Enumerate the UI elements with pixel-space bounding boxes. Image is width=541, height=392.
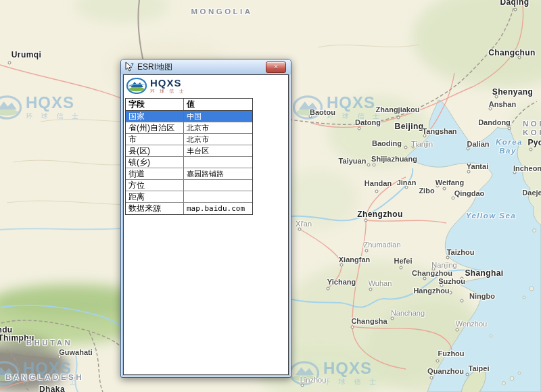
city-dot — [436, 360, 440, 363]
city-label-tangshan: Tangshan — [422, 128, 456, 135]
city-label-yantai: Yantai — [467, 163, 488, 170]
table-row[interactable]: 方位 — [126, 180, 252, 191]
water-label-yellow-sea: Yellow Sea — [466, 212, 517, 220]
city-label-hefei: Hefei — [394, 258, 413, 265]
region-label-nor: NOR — [523, 120, 541, 128]
field-cell: 县(区) — [126, 145, 184, 156]
value-cell: 北京市 — [184, 122, 252, 133]
city-label-taizhou: Taizhou — [447, 249, 475, 256]
region-label-mongolia: MONGOLIA — [191, 8, 252, 16]
table-row[interactable]: 国家中国 — [126, 111, 252, 122]
city-label-changsha: Changsha — [351, 318, 387, 325]
city-dot — [373, 164, 376, 167]
city-label-baoding: Baoding — [372, 140, 402, 147]
city-label-quanzhou: Quanzhou — [427, 368, 464, 375]
city-label-incheon: Incheon — [513, 165, 541, 172]
value-cell — [184, 157, 252, 168]
city-label-wenzhou: Wenzhou — [456, 320, 487, 328]
city-dot — [298, 228, 302, 231]
close-icon: ✕ — [273, 64, 279, 70]
city-label-ningbo: Ningbo — [469, 293, 495, 300]
city-dot — [367, 164, 371, 167]
identify-cursor-icon: ? — [124, 62, 135, 72]
value-cell — [184, 180, 252, 191]
city-label-xiangfan: Xiangfan — [339, 256, 370, 264]
city-label-beijing: Beijing — [395, 122, 424, 130]
city-label-linzhou: Linzhou — [300, 376, 327, 384]
city-dot — [8, 62, 11, 65]
water-label-korea: Korea — [496, 139, 523, 147]
table-row[interactable]: 省(州)自治区北京市 — [126, 122, 252, 134]
city-dot — [446, 256, 450, 260]
city-label-daqing: Daqing — [500, 0, 529, 6]
field-cell: 方位 — [126, 180, 184, 191]
value-cell: 嘉园路铺路 — [184, 168, 252, 179]
table-row[interactable]: 数据来源map.baidu.com — [126, 203, 252, 214]
city-dot — [391, 317, 394, 320]
region-label-bangladesh: BANGLADESH — [5, 374, 84, 382]
field-cell: 距离 — [126, 191, 184, 202]
city-dot — [364, 219, 368, 222]
header-value: 值 — [184, 99, 252, 110]
city-label-shijiazhuang: Shijiazhuang — [371, 155, 417, 163]
hqxs-logo: HQXS 环 球 信 士 — [124, 75, 288, 97]
city-dot — [456, 328, 459, 332]
city-dot — [375, 190, 379, 193]
city-label-dalian: Dalian — [467, 141, 489, 148]
city-label-datong: Datong — [355, 119, 381, 126]
city-label-pyo: Pyo — [527, 139, 541, 147]
attributes-table: 字段 值 国家中国省(州)自治区北京市市北京市县(区)丰台区镇(乡)街道嘉园路铺… — [125, 98, 253, 215]
city-dot — [508, 127, 511, 130]
city-label-wuhan: Wuhan — [369, 280, 392, 287]
logo-text: HQXS — [150, 78, 185, 88]
city-dot — [443, 187, 446, 191]
svg-text:?: ? — [131, 62, 134, 67]
table-row[interactable]: 市北京市 — [126, 134, 252, 145]
city-dot — [365, 249, 369, 253]
value-cell: 丰台区 — [184, 145, 252, 156]
city-label-xian: Xi'an — [296, 220, 312, 228]
close-button[interactable]: ✕ — [266, 62, 286, 73]
city-label-dhaka: Dhaka — [39, 385, 65, 392]
esri-dialog: ? ESRI地图 ✕ HQXS 环 球 信 士 — [120, 59, 291, 378]
city-label-fuzhou: Fuzhou — [438, 350, 464, 358]
map-viewport[interactable]: HQXS环 球 信 士HQXS环 球 信 士HQXS环 球 信 士HQXS环 球… — [0, 0, 541, 392]
city-dot — [430, 376, 433, 380]
city-label-hangzhou: Hangzhou — [413, 287, 449, 295]
value-cell: map.baidu.com — [184, 203, 252, 214]
table-row[interactable]: 街道嘉园路铺路 — [126, 168, 252, 180]
city-dot — [397, 116, 400, 120]
city-label-shanghai: Shanghai — [465, 269, 503, 277]
city-label-tianjin: Tianjin — [411, 141, 433, 148]
city-dot — [404, 146, 408, 149]
city-label-suzhou: Suzhou — [438, 278, 465, 285]
city-dot — [351, 326, 354, 329]
city-dot — [423, 277, 427, 280]
field-cell: 国家 — [126, 111, 184, 122]
value-cell: 中国 — [184, 111, 252, 122]
city-label-changchun: Changchun — [488, 49, 536, 57]
city-dot — [467, 170, 471, 174]
water-label-bay: Bay — [499, 147, 517, 155]
city-label-urumqi: Urumqi — [11, 51, 41, 59]
city-label-zhangjiakou: Zhangjiakou — [376, 106, 420, 114]
city-label-daeje: Daeje — [522, 189, 541, 197]
value-cell: 北京市 — [184, 134, 252, 145]
city-label-handan: Handan — [364, 180, 392, 187]
table-row[interactable]: 镇(乡) — [126, 157, 252, 168]
field-cell: 街道 — [126, 168, 184, 179]
city-label-zibo: Zibo — [419, 187, 434, 195]
dialog-titlebar[interactable]: ? ESRI地图 ✕ — [121, 59, 291, 74]
table-body: 国家中国省(州)自治区北京市市北京市县(区)丰台区镇(乡)街道嘉园路铺路方位距离… — [126, 111, 252, 214]
table-row[interactable]: 距离 — [126, 191, 252, 203]
city-dot — [530, 148, 533, 151]
city-dot — [340, 264, 344, 267]
city-label-nanjing: Nanjing — [431, 262, 456, 269]
table-row[interactable]: 县(区)丰台区 — [126, 145, 252, 157]
hqxs-logo-icon — [126, 78, 147, 94]
table-header-row: 字段 值 — [126, 99, 252, 111]
region-label-bhutan: BHUTAN — [26, 339, 73, 347]
city-label-nanchang: Nanchang — [391, 310, 425, 317]
field-cell: 省(州)自治区 — [126, 122, 184, 133]
city-label-yichang: Yichang — [327, 278, 356, 286]
